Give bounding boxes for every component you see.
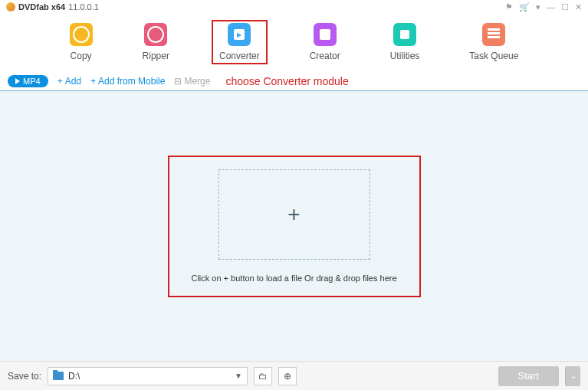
browse-folder-button[interactable]: 🗀 (254, 367, 272, 385)
plus-icon: + (90, 76, 96, 87)
minimize-icon[interactable]: — (547, 2, 555, 12)
merge-icon: ⊟ (174, 76, 182, 87)
dropdown-icon[interactable]: ▾ (536, 2, 540, 12)
ripper-icon (144, 23, 167, 46)
cart-icon[interactable]: 🛒 (519, 2, 530, 12)
titlebar: DVDfab x64 11.0.0.1 ⚑ 🛒 ▾ — ☐ ✕ (0, 0, 588, 14)
annotation-text: choose Converter module (225, 75, 348, 87)
dropzone[interactable]: + (218, 169, 370, 260)
plus-icon: + (57, 76, 63, 87)
save-path-text: D:\ (68, 371, 230, 382)
save-path-field[interactable]: D:\ ▼ (48, 367, 248, 385)
module-label: Creator (310, 51, 340, 61)
module-utilities[interactable]: Utilities (383, 20, 428, 64)
add-button[interactable]: + Add (57, 76, 81, 87)
queue-icon (482, 23, 505, 46)
utilities-icon (393, 23, 416, 46)
maximize-icon[interactable]: ☐ (561, 2, 569, 12)
module-converter[interactable]: Converter (212, 20, 268, 64)
add-mobile-label: Add from Mobile (98, 76, 165, 87)
add-label: Add (65, 76, 81, 87)
app-logo-icon (6, 2, 15, 11)
start-button[interactable]: Start (498, 366, 559, 386)
window-controls: ⚑ 🛒 ▾ — ☐ ✕ (505, 2, 582, 12)
module-task-queue[interactable]: Task Queue (462, 20, 526, 64)
copy-icon (70, 23, 93, 46)
module-ripper[interactable]: Ripper (135, 20, 177, 64)
creator-icon (314, 23, 337, 46)
format-badge[interactable]: MP4 (8, 75, 48, 87)
annotation-box: + Click on + button to load a file Or dr… (168, 156, 421, 297)
module-label: Task Queue (469, 51, 518, 61)
flag-icon[interactable]: ⚑ (505, 2, 513, 12)
app-name: DVDfab x64 (18, 2, 65, 11)
module-creator[interactable]: Creator (302, 20, 348, 64)
dropzone-hint: Click on + button to load a file Or drag… (191, 274, 396, 283)
merge-button: ⊟ Merge (174, 76, 210, 87)
app-version: 11.0.0.1 (68, 2, 99, 11)
module-tabs: Copy Ripper Converter Creator Utilities … (0, 14, 588, 72)
add-file-plus-icon: + (287, 202, 300, 227)
module-label: Copy (71, 51, 92, 61)
merge-label: Merge (184, 76, 210, 87)
globe-icon: ⊕ (284, 371, 291, 382)
module-label: Converter (219, 51, 260, 61)
close-icon[interactable]: ✕ (575, 2, 582, 12)
chevron-down-icon: ▼ (235, 372, 242, 380)
toolbar: MP4 + Add + Add from Mobile ⊟ Merge choo… (0, 72, 588, 91)
main-area: + Click on + button to load a file Or dr… (0, 91, 588, 361)
folder-open-icon: 🗀 (258, 371, 268, 382)
module-label: Utilities (390, 51, 420, 61)
add-from-mobile-button[interactable]: + Add from Mobile (90, 76, 165, 87)
folder-icon (53, 372, 64, 380)
bottombar: Save to: D:\ ▼ 🗀 ⊕ Start ⌄ (0, 361, 588, 390)
converter-icon (228, 23, 251, 46)
web-button[interactable]: ⊕ (278, 367, 297, 385)
start-dropdown-button[interactable]: ⌄ (565, 366, 580, 386)
module-label: Ripper (143, 51, 169, 61)
module-copy[interactable]: Copy (62, 20, 100, 64)
save-to-label: Save to: (8, 371, 41, 382)
format-label: MP4 (23, 77, 41, 86)
